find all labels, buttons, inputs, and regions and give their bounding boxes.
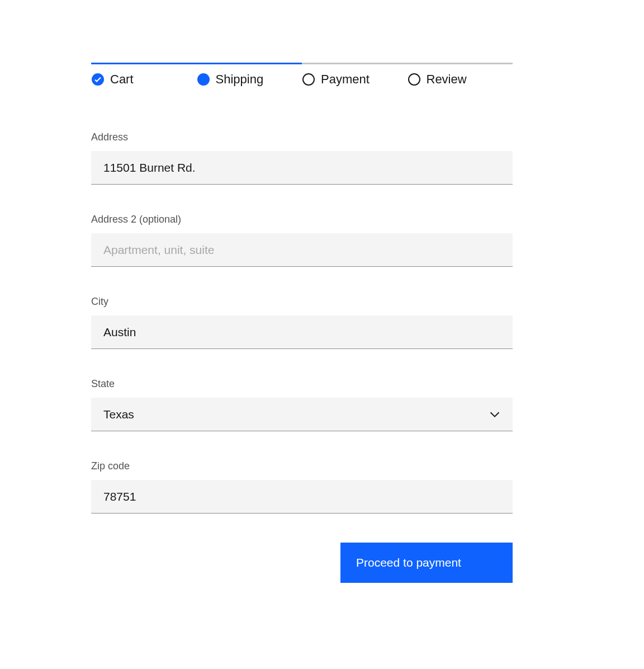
state-label: State [91, 378, 513, 390]
progress-step-payment[interactable]: Payment [302, 63, 408, 87]
chevron-down-icon [489, 409, 500, 420]
address2-label: Address 2 (optional) [91, 214, 513, 225]
address-input[interactable] [91, 151, 513, 185]
progress-step-review[interactable]: Review [408, 63, 513, 87]
circle-filled-icon [197, 73, 210, 86]
city-input[interactable] [91, 315, 513, 349]
progress-label: Cart [110, 72, 134, 87]
progress-label: Payment [321, 72, 370, 87]
progress-line [91, 63, 197, 64]
zip-input[interactable] [91, 480, 513, 513]
svg-point-0 [92, 73, 104, 86]
circle-outline-icon [408, 73, 421, 86]
svg-point-1 [197, 73, 210, 86]
state-select-value: Texas [103, 408, 134, 421]
progress-label: Shipping [216, 72, 264, 87]
progress-line [302, 63, 408, 64]
progress-line [408, 63, 513, 64]
address2-input[interactable] [91, 233, 513, 267]
progress-indicator: Cart Shipping Payment [91, 63, 513, 87]
progress-step-shipping[interactable]: Shipping [197, 63, 302, 87]
progress-label: Review [427, 72, 467, 87]
state-select[interactable]: Texas [91, 398, 513, 431]
address-label: Address [91, 131, 513, 143]
progress-step-cart[interactable]: Cart [91, 63, 197, 87]
svg-point-3 [409, 74, 420, 85]
circle-outline-icon [302, 73, 315, 86]
checkmark-filled-icon [91, 73, 105, 86]
svg-point-2 [303, 74, 314, 85]
shipping-form: Address Address 2 (optional) City State … [91, 131, 513, 583]
progress-line [197, 63, 302, 64]
zip-label: Zip code [91, 460, 513, 472]
proceed-button[interactable]: Proceed to payment [340, 543, 513, 583]
city-label: City [91, 296, 513, 308]
